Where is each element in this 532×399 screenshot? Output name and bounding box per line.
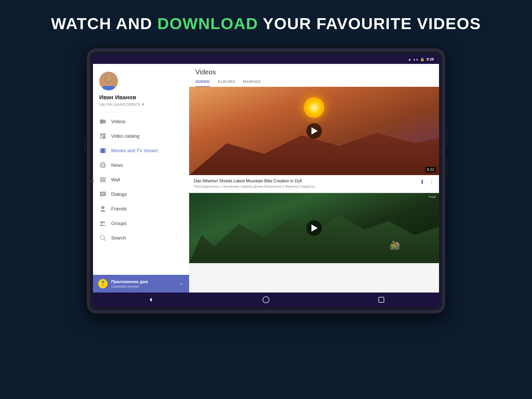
sidebar-item-news[interactable]: News [93, 158, 189, 172]
svg-rect-26 [100, 179, 106, 179]
video-text-1: Dan Atherton Shreds Latest Mountain Bike… [194, 179, 417, 188]
sidebar-item-movies[interactable]: Movies and TV shows! [93, 143, 189, 158]
recents-square-icon [378, 297, 384, 303]
film-icon [99, 147, 107, 154]
bottom-nav [93, 292, 439, 307]
profile-url: http://vk.com/id12345678 [99, 102, 140, 107]
recents-button[interactable] [376, 295, 387, 305]
sidebar-item-wall[interactable]: Wall [93, 172, 189, 187]
more-button-1[interactable]: ⋮ [429, 179, 434, 185]
promo-arrow-icon: → [178, 280, 184, 287]
back-button[interactable] [145, 295, 156, 305]
profile-name: Иван Иванов [99, 94, 136, 101]
chat-icon [99, 191, 107, 198]
video-list: 6:22 Dan Atherton Shreds Latest Mountain… [189, 87, 439, 292]
sun-graphic [304, 97, 324, 118]
duration-badge-1: 6:22 [425, 167, 436, 172]
video-area: Videos ADDED ALBUMS MARKED [189, 64, 439, 292]
back-icon [148, 297, 153, 302]
list-icon [99, 176, 107, 183]
sidebar-item-friends-label: Friends [111, 206, 127, 212]
home-circle-icon [263, 296, 269, 303]
sidebar-item-dialogs[interactable]: Dialogs [93, 187, 189, 202]
tablet-screen-frame: ▲ ▲▲ 🔒 9:28 [87, 48, 445, 313]
headline: WATCH AND DOWNLOAD YOUR FAVOURITE VIDEOS [51, 14, 481, 33]
sidebar-item-groups-label: Groups [111, 221, 127, 226]
camera-icon [90, 179, 94, 182]
tab-added[interactable]: ADDED [195, 79, 210, 87]
svg-rect-19 [102, 148, 104, 153]
catalog-icon [99, 132, 107, 140]
play-triangle-icon-2 [311, 224, 318, 232]
video-thumbnail-2[interactable]: 🚵 Kaga [189, 193, 439, 263]
globe-icon [99, 162, 107, 169]
screen: ▲ ▲▲ 🔒 9:28 [93, 55, 439, 307]
headline-text-before: WATCH AND [51, 15, 157, 32]
promo-banner[interactable]: 🏅 Приложение дня Скачивай лучшее → [93, 275, 189, 292]
svg-rect-17 [104, 150, 105, 151]
wifi-icon: ▲ [408, 57, 411, 61]
svg-rect-28 [100, 181, 106, 182]
biker-graphic: 🚵 [390, 240, 400, 250]
svg-rect-18 [104, 152, 105, 152]
svg-rect-27 [100, 180, 106, 181]
home-button[interactable] [261, 295, 271, 305]
sidebar-item-videos-label: Videos [111, 119, 125, 124]
tabs-row: ADDED ALBUMS MARKED [195, 79, 433, 87]
sidebar-item-search[interactable]: Search [93, 231, 189, 245]
download-button-1[interactable]: ⬇ [420, 179, 424, 185]
svg-marker-39 [150, 298, 152, 302]
svg-rect-25 [100, 177, 106, 178]
sidebar-item-news-label: News [111, 163, 123, 168]
status-bar: ▲ ▲▲ 🔒 9:28 [93, 55, 439, 64]
signal-icon: ▲▲ [413, 58, 418, 61]
video-desc-1: Присоединитесь к бешеному тревелу Дэнни … [194, 184, 417, 188]
svg-marker-30 [101, 196, 103, 197]
svg-rect-4 [102, 86, 115, 90]
play-triangle-icon [311, 127, 318, 135]
sidebar-item-video-catalog[interactable]: Video catalog [93, 129, 189, 143]
svg-line-38 [104, 239, 105, 241]
video-thumbnail-1[interactable]: 6:22 [189, 87, 439, 175]
svg-rect-14 [100, 150, 101, 151]
nav-list: Videos [93, 114, 189, 275]
status-time: 9:28 [427, 57, 434, 61]
watermark: Kaga [429, 195, 436, 198]
video-card-1: 6:22 Dan Atherton Shreds Latest Mountain… [189, 87, 439, 192]
sidebar-item-video-catalog-label: Video catalog [111, 134, 139, 139]
avatar-image [99, 72, 118, 90]
video-actions-1: ⬇ ⋮ [417, 179, 434, 185]
video-icon [99, 118, 107, 125]
headline-text-after: YOUR FAVOURITE VIDEOS [258, 15, 481, 32]
svg-point-36 [103, 221, 105, 223]
side-button-right-top [445, 126, 447, 147]
videos-section-title: Videos [195, 68, 433, 76]
avatar[interactable] [99, 72, 118, 90]
tab-albums[interactable]: ALBUMS [218, 79, 235, 87]
sidebar-item-movies-label: Movies and TV shows! [111, 148, 158, 154]
group-icon [99, 220, 107, 227]
svg-rect-10 [103, 136, 105, 139]
tab-marked[interactable]: MARKED [243, 79, 261, 87]
svg-marker-6 [104, 119, 106, 124]
sidebar-item-videos[interactable]: Videos [93, 114, 189, 129]
headline-highlight: DOWNLOAD [157, 15, 258, 32]
side-button-right-bottom [445, 157, 447, 178]
play-button-2[interactable] [306, 220, 322, 236]
svg-rect-7 [100, 134, 102, 136]
sidebar-item-friends[interactable]: Friends [93, 202, 189, 216]
svg-rect-5 [100, 119, 104, 124]
svg-point-35 [101, 221, 103, 224]
sidebar-item-groups[interactable]: Groups [93, 216, 189, 231]
person-icon [99, 205, 107, 212]
svg-rect-13 [100, 149, 101, 150]
sidebar: Иван Иванов http://vk.com/id12345678 ▾ [93, 64, 189, 292]
medal-icon: 🏅 [98, 279, 108, 288]
battery-icon: 🔒 [420, 57, 424, 61]
video-header: Videos ADDED ALBUMS MARKED [189, 64, 439, 87]
chevron-down-icon[interactable]: ▾ [142, 102, 144, 107]
promo-subtitle: Скачивай лучшее [111, 284, 175, 288]
sidebar-item-wall-label: Wall [111, 177, 120, 183]
search-icon [99, 234, 107, 242]
play-button-1[interactable] [306, 123, 322, 139]
